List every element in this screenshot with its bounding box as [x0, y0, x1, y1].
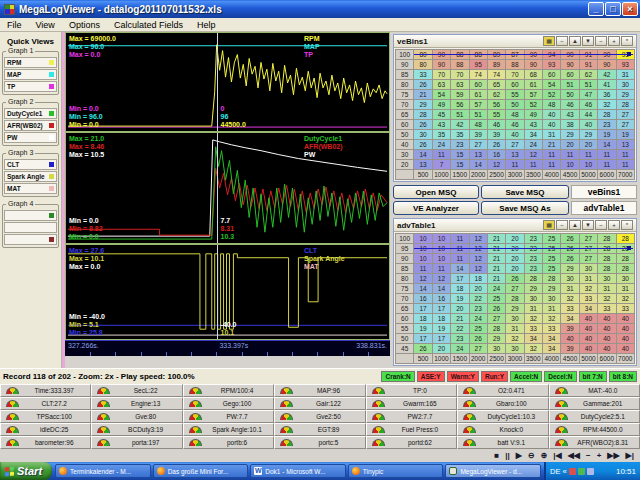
table-cell[interactable]: 32 — [524, 344, 542, 354]
table-cell[interactable]: 27 — [506, 140, 524, 150]
chart-3[interactable]: Max = 27.6Max = 10.1Max = 0.0Min = -40.0… — [65, 244, 390, 340]
table-cell[interactable]: 51 — [469, 110, 487, 120]
chart-2[interactable]: Max = 21.0Max = 8.46Max = 10.5Min = 0.0M… — [65, 132, 390, 244]
sidebar-item-dutycycle1[interactable]: DutyCycle1 — [4, 108, 57, 119]
sidebar-item-empty[interactable] — [4, 222, 57, 233]
menu-file[interactable]: File — [0, 20, 29, 30]
table-cell[interactable]: 10 — [414, 234, 432, 244]
table-cell[interactable]: 22 — [451, 324, 469, 334]
table-cell[interactable]: 34 — [579, 304, 597, 314]
table-cell[interactable]: 23 — [598, 120, 616, 130]
indicator-run[interactable]: Run:Y — [481, 371, 508, 382]
table-cell[interactable]: 89 — [487, 60, 505, 70]
table-cell[interactable]: 48 — [543, 100, 561, 110]
table-cell[interactable]: 23 — [451, 140, 469, 150]
table-cell[interactable]: 10 — [414, 254, 432, 264]
table-cell[interactable]: 10 — [432, 234, 450, 244]
table-cell[interactable]: 20 — [506, 254, 524, 264]
table-cell[interactable]: 14 — [469, 160, 487, 170]
table-cell[interactable]: 11 — [598, 150, 616, 160]
table-cell[interactable]: 15 — [451, 160, 469, 170]
sidebar-item-clt[interactable]: CLT — [4, 159, 57, 170]
adv-table-tool-0[interactable]: ▦ — [543, 220, 555, 230]
table-cell[interactable]: 20 — [506, 234, 524, 244]
table-cell[interactable]: 11 — [432, 264, 450, 274]
table-cell[interactable]: 29 — [561, 130, 579, 140]
table-cell[interactable]: 44 — [579, 110, 597, 120]
minimize-button[interactable]: _ — [588, 2, 604, 16]
table-cell[interactable]: 93 — [616, 60, 635, 70]
sidebar-item-pw[interactable]: PW — [4, 132, 57, 143]
table-cell[interactable]: 19 — [451, 294, 469, 304]
table-cell[interactable]: 32 — [506, 334, 524, 344]
table-cell[interactable]: 14 — [432, 284, 450, 294]
ve-table-tool-2[interactable]: ▲ — [569, 36, 581, 46]
table-cell[interactable]: 18 — [432, 314, 450, 324]
table-cell[interactable]: 39 — [469, 130, 487, 140]
table-cell[interactable]: 12 — [487, 160, 505, 170]
table-cell[interactable]: 30 — [561, 274, 579, 284]
table-cell[interactable]: 28 — [414, 110, 432, 120]
adv-table-tool-1[interactable]: − — [556, 220, 568, 230]
table-cell[interactable]: 20 — [579, 140, 597, 150]
table-cell[interactable]: 20 — [561, 140, 579, 150]
table-cell[interactable]: 55 — [506, 90, 524, 100]
task-megalogviewer-d[interactable]: MegaLogViewer - d... — [445, 464, 541, 478]
table-cell[interactable]: 61 — [524, 80, 542, 90]
table-cell[interactable]: 52 — [524, 100, 542, 110]
table-cell[interactable]: 31 — [506, 324, 524, 334]
table-cell[interactable]: 11 — [451, 254, 469, 264]
stop-button[interactable]: ■ — [493, 451, 500, 461]
table-cell[interactable]: 27 — [469, 344, 487, 354]
table-cell[interactable]: 24 — [487, 284, 505, 294]
table-cell[interactable]: 41 — [598, 80, 616, 90]
table-cell[interactable]: 32 — [561, 294, 579, 304]
table-cell[interactable]: 19 — [432, 324, 450, 334]
table-cell[interactable]: 34 — [543, 344, 561, 354]
table-cell[interactable]: 7 — [432, 160, 450, 170]
ve-table-tool-3[interactable]: ▼ — [582, 36, 594, 46]
table-cell[interactable]: 62 — [579, 70, 597, 80]
table-cell[interactable]: 90 — [432, 60, 450, 70]
table-cell[interactable]: 21 — [487, 254, 505, 264]
task-dok1-microsoft-w[interactable]: WDok1 - Microsoft W... — [250, 464, 346, 478]
table-cell[interactable]: 23 — [469, 304, 487, 314]
indicator-warm[interactable]: Warm:Y — [447, 371, 479, 382]
fast-forward-button[interactable]: ▶▶ — [606, 451, 620, 461]
table-cell[interactable]: 27 — [616, 110, 635, 120]
table-cell[interactable]: 18 — [469, 274, 487, 284]
table-cell[interactable]: 28 — [616, 254, 635, 264]
table-cell[interactable]: 30 — [414, 130, 432, 140]
table-cell[interactable]: 51 — [561, 80, 579, 90]
button-ve-analyzer[interactable]: VE Analyzer — [393, 201, 479, 215]
table-cell[interactable]: 32 — [579, 284, 597, 294]
table-cell[interactable]: 17 — [432, 334, 450, 344]
chart-cursor[interactable] — [217, 133, 218, 243]
table-cell[interactable]: 18 — [414, 314, 432, 324]
table-cell[interactable]: 52 — [543, 90, 561, 100]
table-cell[interactable]: 14 — [414, 284, 432, 294]
table-cell[interactable]: 39 — [561, 324, 579, 334]
table-cell[interactable]: 39 — [561, 344, 579, 354]
table-cell[interactable]: 32 — [543, 314, 561, 324]
table-cell[interactable]: 26 — [414, 120, 432, 130]
sidebar-item-spark-angle[interactable]: Spark Angle — [4, 171, 57, 182]
table-cell[interactable]: 54 — [543, 80, 561, 90]
table-cell[interactable]: 30 — [598, 274, 616, 284]
table-cell[interactable]: 31 — [543, 304, 561, 314]
start-button[interactable]: Start — [0, 462, 52, 480]
table-cell[interactable]: 40 — [579, 344, 597, 354]
table-cell[interactable]: 30 — [616, 80, 635, 90]
table-cell[interactable]: 23 — [524, 264, 542, 274]
table-cell[interactable]: 31 — [616, 70, 635, 80]
table-cell[interactable]: 56 — [487, 100, 505, 110]
pause-button[interactable]: || — [504, 451, 510, 461]
zoom-out-button[interactable]: ⊖ — [527, 451, 536, 461]
chart-1[interactable]: Max = 69000.0Max = 96.0Max = 0.0Min = 0.… — [65, 32, 390, 132]
table-cell[interactable]: 26 — [561, 234, 579, 244]
tab-advtable1[interactable]: advTable1 — [571, 201, 637, 215]
table-cell[interactable]: 48 — [469, 120, 487, 130]
table-cell[interactable]: 40 — [616, 314, 635, 324]
adv-table-tool-5[interactable]: + — [608, 220, 620, 230]
table-cell[interactable]: 29 — [616, 90, 635, 100]
